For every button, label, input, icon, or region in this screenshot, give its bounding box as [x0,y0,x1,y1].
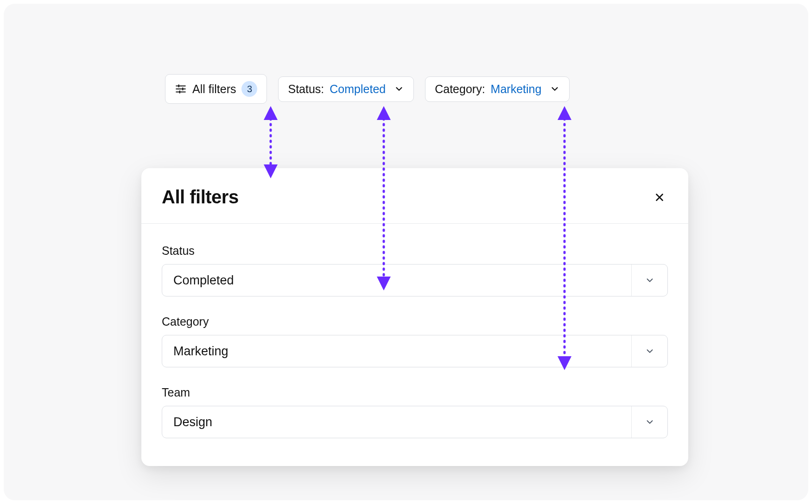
filter-chips-row: All filters 3 Status: Completed Category… [165,74,570,104]
all-filters-chip[interactable]: All filters 3 [165,74,267,104]
all-filters-panel: All filters Status Completed Category [141,168,688,466]
category-select-value: Marketing [173,344,228,359]
team-field-label: Team [162,386,668,399]
panel-body: Status Completed Category Marketing [141,224,688,466]
status-chip-label: Status: [288,83,324,95]
status-select-value: Completed [173,273,234,288]
category-chip[interactable]: Category: Marketing [425,76,570,102]
category-field: Category Marketing [162,315,668,367]
team-field: Team Design [162,386,668,438]
team-select-value: Design [173,415,212,429]
status-field: Status Completed [162,244,668,296]
team-select[interactable]: Design [162,406,668,438]
canvas: All filters 3 Status: Completed Category… [4,4,808,500]
sliders-icon [175,83,187,95]
all-filters-label: All filters [192,83,236,95]
status-chip-value: Completed [330,83,386,95]
category-field-label: Category [162,315,668,328]
chevron-down-icon [550,84,560,94]
status-select[interactable]: Completed [162,264,668,296]
chevron-down-icon [394,84,404,94]
chevron-down-icon [631,335,667,367]
category-chip-label: Category: [435,83,485,95]
all-filters-count-badge: 3 [241,81,257,97]
panel-header: All filters [141,168,688,224]
category-select[interactable]: Marketing [162,335,668,367]
chevron-down-icon [631,406,667,438]
category-chip-value: Marketing [491,83,542,95]
status-field-label: Status [162,244,668,258]
status-chip[interactable]: Status: Completed [278,76,414,102]
close-button[interactable] [651,189,668,206]
chevron-down-icon [631,265,667,296]
panel-title: All filters [162,187,239,208]
